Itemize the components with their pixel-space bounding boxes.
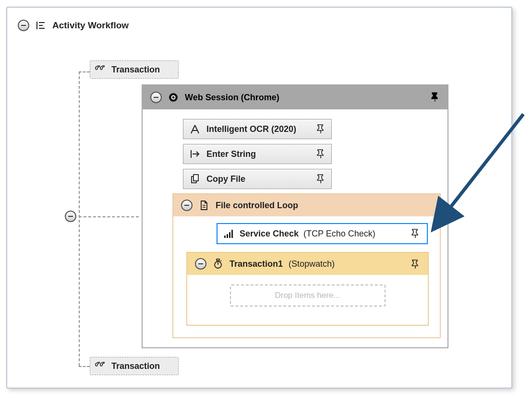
pin-icon[interactable] — [315, 173, 326, 185]
tree-connector — [79, 71, 90, 72]
web-session-title: Web Session (Chrome) — [185, 93, 279, 103]
quotes-icon — [95, 360, 107, 372]
svg-rect-16 — [231, 230, 233, 238]
enter-string-icon — [189, 148, 201, 160]
collapse-icon[interactable] — [181, 200, 193, 211]
activity-label: Enter String — [206, 149, 256, 159]
activity-service-check[interactable]: Service Check (TCP Echo Check) — [217, 223, 428, 244]
tree-connector — [79, 366, 90, 367]
chrome-icon — [168, 92, 179, 103]
pin-icon[interactable] — [410, 228, 421, 239]
root-title: Activity Workflow — [52, 20, 129, 31]
transaction1-sublabel: (Stopwatch) — [289, 259, 335, 269]
activity-sublabel: (TCP Echo Check) — [303, 229, 375, 239]
svg-rect-10 — [193, 175, 198, 181]
activity-intelligent-ocr[interactable]: Intelligent OCR (2020) — [183, 119, 332, 139]
file-loop-title: File controlled Loop — [216, 201, 298, 211]
activity-copy-file[interactable]: Copy File — [183, 169, 332, 189]
transaction-placeholder-top[interactable]: Transaction — [90, 60, 179, 79]
collapse-icon[interactable] — [65, 211, 76, 222]
transaction-label: Transaction — [111, 361, 160, 371]
pin-icon[interactable] — [315, 148, 326, 160]
tree-connector — [79, 216, 139, 217]
transaction-label: Transaction — [111, 65, 160, 75]
activity-label: Copy File — [206, 174, 245, 184]
root-header: Activity Workflow — [18, 20, 129, 31]
workflow-panel: Activity Workflow Transaction Transactio… — [6, 7, 512, 389]
pin-icon[interactable] — [429, 91, 441, 103]
pin-icon[interactable] — [410, 259, 421, 270]
file-loop-container[interactable]: File controlled Loop Service Check (TCP … — [172, 193, 441, 338]
stopwatch-icon — [212, 258, 224, 270]
file-loop-header[interactable]: File controlled Loop — [173, 194, 440, 216]
drop-zone[interactable]: Drop Items here... — [230, 284, 386, 307]
svg-rect-13 — [224, 236, 226, 238]
activity-enter-string[interactable]: Enter String — [183, 144, 332, 164]
collapse-icon[interactable] — [150, 92, 162, 103]
svg-line-20 — [220, 260, 221, 261]
pin-icon[interactable] — [315, 123, 326, 135]
copy-file-icon — [189, 173, 201, 185]
tree-connector — [79, 71, 80, 366]
quotes-icon — [95, 64, 107, 75]
transaction1-header[interactable]: Transaction1 (Stopwatch) — [187, 253, 428, 275]
transaction1-label: Transaction1 — [230, 259, 283, 269]
svg-point-6 — [172, 96, 175, 99]
transaction1-container[interactable]: Transaction1 (Stopwatch) Drop Items here… — [186, 252, 429, 326]
svg-rect-15 — [229, 232, 230, 238]
svg-rect-19 — [217, 259, 219, 260]
workflow-icon — [35, 20, 47, 31]
ocr-icon — [189, 123, 201, 135]
activity-label: Intelligent OCR (2020) — [206, 124, 296, 134]
file-icon — [198, 200, 210, 211]
signal-bars-icon — [223, 228, 235, 239]
collapse-icon[interactable] — [195, 258, 206, 270]
transaction-placeholder-bottom[interactable]: Transaction — [90, 357, 179, 375]
web-session-header[interactable]: Web Session (Chrome) — [143, 85, 447, 109]
activity-label: Service Check — [240, 229, 299, 239]
svg-rect-14 — [227, 234, 228, 238]
collapse-icon[interactable] — [18, 20, 29, 31]
